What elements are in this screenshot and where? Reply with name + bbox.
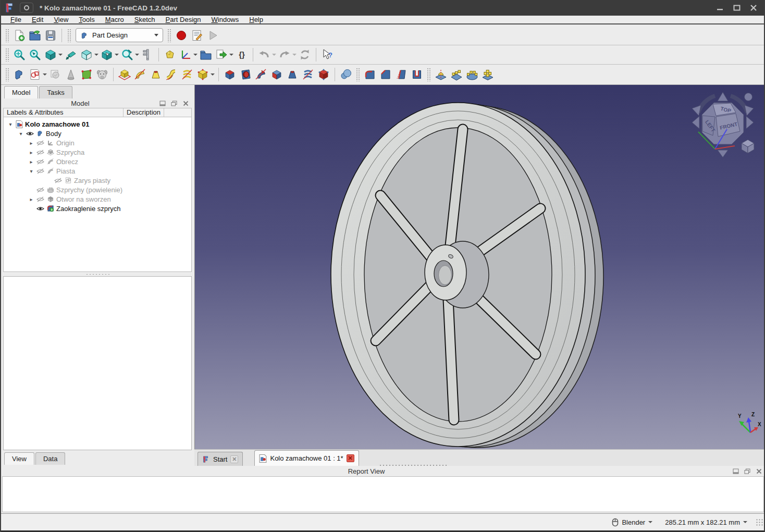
toolbar-drag-handle[interactable] <box>5 48 9 61</box>
close-button[interactable] <box>747 3 760 13</box>
menu-help[interactable]: Help <box>244 16 268 23</box>
chevron-down-icon[interactable] <box>648 521 652 523</box>
whats-this-button[interactable]: ? <box>319 47 335 63</box>
tree-row-body[interactable]: ▾ Body <box>4 129 191 138</box>
set-appearance-button[interactable] <box>162 47 178 63</box>
record-macro-button[interactable] <box>174 28 189 43</box>
subtractive-loft-button[interactable] <box>285 67 300 82</box>
tree-row-szprychy-powielenie[interactable]: Szprychy (powielenie) <box>4 185 191 194</box>
expander-icon[interactable]: ▸ <box>28 140 35 146</box>
tab-data[interactable]: Data <box>35 452 65 465</box>
tab-kolo-zamachowe[interactable]: Kolo zamachowe 01 : 1* ✕ <box>254 450 359 466</box>
rotate-view-dropdown[interactable] <box>135 47 140 63</box>
menu-sketch[interactable]: Sketch <box>129 16 161 23</box>
tree-row-obrecz[interactable]: ▸ Obrecz <box>4 157 191 166</box>
additive-pipe-button[interactable] <box>164 67 179 82</box>
hole-button[interactable] <box>238 67 253 82</box>
hidden-eye-icon[interactable] <box>53 178 63 183</box>
report-float-button[interactable] <box>743 468 751 475</box>
chamfer-button[interactable] <box>378 67 393 82</box>
additive-loft-button[interactable] <box>148 67 164 82</box>
menu-file[interactable]: File <box>5 16 27 23</box>
hidden-eye-icon[interactable] <box>35 196 45 202</box>
nav-cube-body[interactable]: TOP LEFT FRONT <box>702 103 744 144</box>
model-tree[interactable]: ▾ Kolo zamachowe 01 ▾ Body ▸ Origin ▸ S <box>3 117 192 272</box>
link-view-button[interactable] <box>63 47 79 63</box>
new-document-button[interactable] <box>11 28 27 43</box>
export-button[interactable] <box>214 47 229 63</box>
linear-pattern-button[interactable] <box>449 67 464 82</box>
additive-primitive-dropdown[interactable] <box>211 67 215 82</box>
fillet-button[interactable] <box>362 67 378 82</box>
dependency-folder-button[interactable] <box>198 47 214 63</box>
column-labels-attributes[interactable]: Labels & Attributes <box>4 108 124 117</box>
hidden-eye-icon[interactable] <box>35 168 45 174</box>
undo-dropdown[interactable] <box>272 47 277 63</box>
property-editor[interactable] <box>3 276 192 450</box>
hidden-eye-icon[interactable] <box>35 159 45 165</box>
toolbar-drag-handle[interactable] <box>356 68 360 81</box>
hidden-eye-icon[interactable] <box>35 187 45 193</box>
thickness-button[interactable] <box>409 67 425 82</box>
create-sketch-dropdown[interactable] <box>43 67 47 82</box>
3d-viewport[interactable]: TOP LEFT FRONT Y Z X <box>194 85 765 449</box>
report-view-content[interactable] <box>2 476 764 512</box>
execute-macro-button[interactable] <box>205 28 220 43</box>
polar-pattern-button[interactable] <box>464 67 480 82</box>
box-selection-dropdown[interactable] <box>115 47 119 63</box>
navigation-cube[interactable]: TOP LEFT FRONT <box>689 88 762 160</box>
fit-all-button[interactable] <box>11 47 27 63</box>
isometric-view-button[interactable] <box>43 47 58 63</box>
multi-transform-button[interactable] <box>480 67 496 82</box>
toolbar-drag-handle[interactable] <box>5 29 9 42</box>
menu-view[interactable]: View <box>48 16 73 23</box>
hidden-eye-icon[interactable] <box>35 140 45 146</box>
redo-dropdown[interactable] <box>292 47 297 63</box>
groove-button[interactable] <box>253 67 269 82</box>
expander-icon[interactable]: ▸ <box>28 159 35 165</box>
column-description[interactable]: Description <box>124 108 164 117</box>
rotate-view-button[interactable] <box>119 47 135 63</box>
tab-model[interactable]: Model <box>4 86 38 98</box>
revolution-button[interactable] <box>132 67 148 82</box>
chevron-down-icon[interactable] <box>743 521 747 523</box>
navigation-style-selector[interactable]: Blender <box>622 518 645 526</box>
open-document-button[interactable] <box>27 28 43 43</box>
additive-helix-button[interactable] <box>179 67 195 82</box>
flywheel-model[interactable] <box>195 85 765 449</box>
validate-sketch-button[interactable] <box>79 67 94 82</box>
minimize-button[interactable] <box>714 3 726 13</box>
shape-binder-button[interactable] <box>94 67 110 82</box>
create-body-button[interactable] <box>11 67 27 82</box>
dock-close-button[interactable] <box>181 100 190 107</box>
workbench-selector[interactable]: Part Design <box>76 28 163 42</box>
expander-icon[interactable]: ▸ <box>28 150 35 155</box>
toolbar-drag-handle[interactable] <box>5 68 9 81</box>
expander-icon[interactable]: ▾ <box>28 168 35 174</box>
toolbar-drag-handle[interactable] <box>427 68 431 81</box>
save-document-button[interactable] <box>43 28 58 43</box>
measure-button[interactable] <box>140 47 155 63</box>
ball-end-button[interactable] <box>338 67 354 82</box>
hidden-eye-icon[interactable] <box>35 150 45 155</box>
tree-row-szprycha[interactable]: ▸ Szprycha <box>4 147 191 157</box>
additive-primitive-button[interactable] <box>195 67 211 82</box>
dock-minimize-button[interactable] <box>158 100 167 107</box>
redo-button[interactable] <box>277 47 292 63</box>
expander-icon[interactable]: ▸ <box>28 196 35 202</box>
subtractive-helix-button[interactable] <box>300 67 316 82</box>
tree-row-zarys-piasty[interactable]: Zarys piasty <box>4 176 191 185</box>
tab-kolo-close-icon[interactable]: ✕ <box>347 454 354 462</box>
edit-sketch-button[interactable] <box>47 67 63 82</box>
menu-macro[interactable]: Macro <box>100 16 129 23</box>
create-sketch-button[interactable] <box>27 67 43 82</box>
title-bar[interactable]: * Kolo zamachowe 01 - FreeCAD 1.2.0dev <box>1 0 764 16</box>
tree-row-piasta[interactable]: ▾ Piasta <box>4 166 191 176</box>
tree-row-zaokraglenie-szprych[interactable]: Zaokraglenie szprych <box>4 204 191 213</box>
mirrored-button[interactable] <box>433 67 449 82</box>
menu-edit[interactable]: Edit <box>27 16 48 23</box>
window-menu-icon[interactable] <box>20 3 33 13</box>
undo-button[interactable] <box>256 47 272 63</box>
expression-editor-button[interactable]: {} <box>234 47 250 63</box>
subtractive-primitive-button[interactable] <box>316 67 331 82</box>
